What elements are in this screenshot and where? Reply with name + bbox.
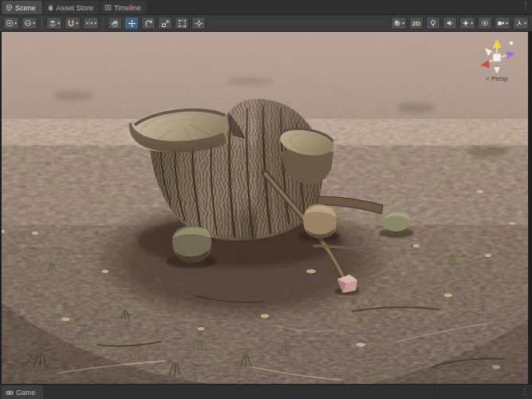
- scene-viewport[interactable]: < Persp: [0, 32, 532, 384]
- camera-icon: [497, 19, 505, 27]
- projection-label[interactable]: < Persp: [474, 75, 520, 82]
- unity-editor-window: Scene Asset Store Timeline ⋮ ▾: [0, 0, 532, 399]
- audio-toggle-button[interactable]: [443, 17, 457, 30]
- 2d-toggle-button[interactable]: 2D: [409, 17, 424, 30]
- toolbar-separator: [103, 18, 104, 29]
- scene-toolbar: ▾ ▾ ▾ ▾ ▾: [0, 15, 532, 32]
- scene-render: [2, 32, 528, 384]
- gizmos-icon: [515, 19, 523, 27]
- chevron-down-icon: ▾: [76, 21, 78, 26]
- gizmo-neutral-dot[interactable]: [510, 41, 513, 45]
- render-mode-dropdown[interactable]: ▾: [3, 17, 19, 30]
- chevron-down-icon: ▾: [471, 21, 473, 26]
- bottom-tab-bar: Game ⋮: [0, 384, 532, 399]
- 2d-label: 2D: [412, 20, 420, 27]
- chevron-down-icon: ▾: [14, 21, 17, 26]
- tab-timeline[interactable]: Timeline: [100, 1, 148, 14]
- toolbar-separator: [41, 18, 42, 29]
- tab-scene[interactable]: Scene: [2, 1, 43, 14]
- shaded-sphere-icon: [24, 19, 32, 27]
- tab-bar: Scene Asset Store Timeline ⋮: [0, 0, 532, 15]
- tab-asset-store[interactable]: Asset Store: [43, 1, 101, 14]
- lighting-bulb-icon: [429, 19, 437, 27]
- tab-overflow-menu[interactable]: ⋮: [522, 2, 530, 10]
- layers-icon: [49, 19, 57, 27]
- move-tool-button[interactable]: [124, 17, 139, 30]
- bottom-overflow-menu[interactable]: ⋮: [521, 388, 529, 396]
- hand-tool-icon: [111, 19, 120, 28]
- scale-tool-icon: [161, 19, 170, 28]
- tab-label: Asset Store: [57, 4, 94, 12]
- visibility-toggle-button[interactable]: [478, 17, 492, 30]
- scene-cube-icon: [6, 4, 13, 11]
- rect-tool-button[interactable]: [175, 17, 189, 30]
- chevron-down-icon: ▾: [402, 21, 404, 26]
- layers-dropdown[interactable]: ▾: [46, 17, 62, 30]
- visibility-eye-icon: [481, 19, 489, 27]
- gizmo-neutral-cone[interactable]: [494, 67, 500, 73]
- chevron-down-icon: ▾: [506, 21, 508, 26]
- asset-store-bag-icon: [47, 4, 54, 11]
- effects-star-icon: [462, 19, 470, 27]
- rotate-tool-icon: [144, 19, 153, 28]
- shading-mode-dropdown[interactable]: ▾: [391, 17, 407, 30]
- scale-tool-button[interactable]: [158, 17, 172, 30]
- chevron-down-icon: ▾: [94, 21, 97, 26]
- gizmo-center-cube[interactable]: [493, 53, 501, 61]
- gamepad-icon: [6, 389, 14, 396]
- effects-dropdown[interactable]: ▾: [459, 17, 475, 30]
- audio-speaker-icon: [446, 19, 454, 27]
- gizmo-y-axis-cone[interactable]: [493, 39, 502, 48]
- transform-tool-button[interactable]: [191, 17, 206, 30]
- snap-dropdown[interactable]: ▾: [65, 17, 81, 30]
- chevron-down-icon: ▾: [33, 21, 35, 26]
- chevron-down-icon: ▾: [57, 21, 60, 26]
- bottom-separator: [335, 387, 336, 397]
- snap-magnet-icon: [67, 19, 75, 27]
- bottom-separator: [435, 387, 435, 397]
- tab-game[interactable]: Game: [2, 385, 44, 399]
- rect-tool-icon: [178, 19, 187, 28]
- lighting-toggle-button[interactable]: [426, 17, 440, 30]
- mirror-dropdown[interactable]: ▾: [83, 17, 99, 30]
- tab-label: Game: [16, 389, 36, 397]
- tab-label: Timeline: [114, 4, 141, 12]
- camera-settings-dropdown[interactable]: ▾: [495, 17, 510, 30]
- rotate-tool-button[interactable]: [141, 17, 156, 30]
- orientation-gizmo[interactable]: < Persp: [474, 37, 520, 82]
- move-tool-icon: [128, 19, 136, 28]
- shading-dropdown-left[interactable]: ▾: [22, 17, 37, 30]
- gizmo-x-axis-cone[interactable]: [480, 60, 490, 68]
- tab-label: Scene: [15, 4, 36, 12]
- mirror-axis-icon: [85, 19, 93, 27]
- transform-tool-icon: [195, 19, 203, 28]
- view-hand-tool-button[interactable]: [108, 17, 122, 30]
- gizmos-dropdown[interactable]: ▾: [513, 17, 529, 30]
- timeline-icon: [104, 4, 112, 11]
- gizmo-neutral-cone[interactable]: [485, 48, 492, 56]
- bottom-separator: [239, 387, 240, 397]
- gizmo-z-axis-cone[interactable]: [506, 51, 515, 59]
- render-mode-icon: [6, 19, 14, 27]
- shaded-sphere-icon: [393, 19, 401, 27]
- chevron-down-icon: ▾: [524, 21, 526, 26]
